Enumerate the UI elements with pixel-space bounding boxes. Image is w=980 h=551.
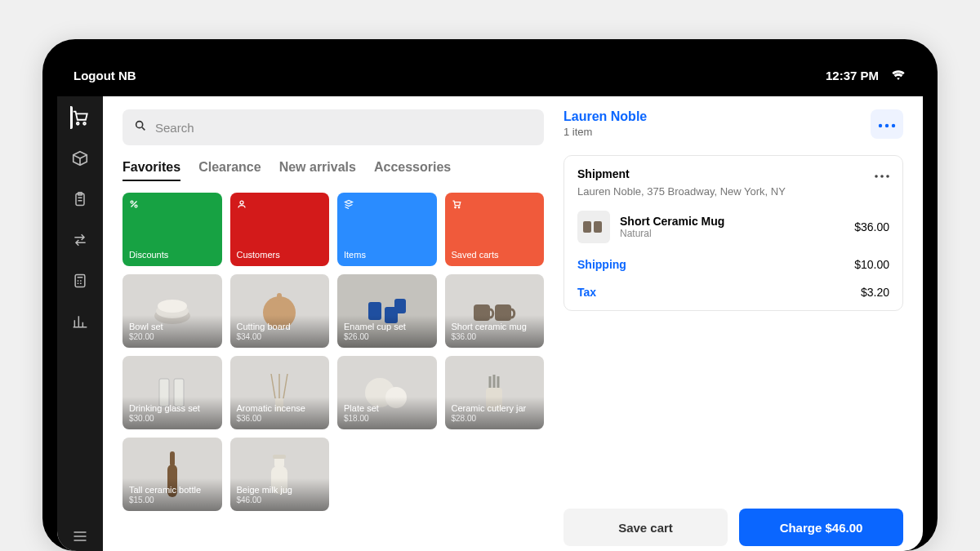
svg-rect-39 (594, 221, 602, 233)
line-item-thumb (577, 211, 610, 243)
svg-rect-38 (583, 221, 591, 233)
product-price: $46.00 (237, 495, 323, 504)
svg-point-34 (892, 124, 895, 127)
product-name: Drinking glass set (129, 403, 216, 414)
sidebar-item-analytics[interactable] (70, 312, 90, 331)
product-name: Plate set (344, 403, 430, 414)
category-tabs: Favorites Clearance New arrivals Accesso… (122, 160, 544, 181)
product-price: $18.00 (344, 414, 430, 423)
svg-point-33 (885, 124, 889, 127)
svg-point-8 (240, 201, 243, 204)
tab-accessories[interactable]: Accessories (374, 160, 451, 181)
product-name: Beige milk jug (237, 485, 323, 495)
quick-tile-discounts[interactable]: Discounts (122, 193, 222, 266)
product-name: Bowl set (129, 322, 216, 332)
product-price: $20.00 (129, 332, 216, 341)
quick-tile-items[interactable]: Items (337, 193, 437, 266)
sidebar-item-transfer[interactable] (70, 230, 90, 250)
product-grid: Discounts Customers Items (122, 193, 544, 511)
quick-tile-customers[interactable]: Customers (230, 193, 330, 266)
cart-more-button[interactable] (871, 109, 903, 139)
sidebar-item-cart[interactable] (70, 108, 90, 127)
product-price: $36.00 (452, 332, 538, 341)
sidebar (57, 96, 103, 551)
shipment-address: Lauren Noble, 375 Broadway, New York, NY (577, 185, 889, 198)
shipment-title: Shipment (577, 167, 630, 180)
product-tall-ceramic-bottle[interactable]: Tall ceramic bottle $15.00 (122, 438, 222, 511)
percent-icon (129, 199, 140, 211)
product-price: $30.00 (129, 414, 216, 423)
sidebar-item-clipboard[interactable] (70, 189, 90, 209)
wifi-icon (890, 68, 906, 83)
sidebar-item-package[interactable] (70, 149, 90, 168)
product-name: Short ceramic mug (452, 322, 538, 332)
tab-new-arrivals[interactable]: New arrivals (279, 160, 356, 181)
dots-icon (878, 117, 896, 131)
product-ceramic-cutlery-jar[interactable]: Ceramic cutlery jar $28.00 (445, 356, 545, 429)
svg-rect-28 (170, 451, 175, 466)
product-aromatic-incense[interactable]: Aromatic incense $36.00 (230, 356, 330, 429)
clock: 12:37 PM (826, 69, 879, 82)
tile-label: Items (344, 250, 430, 260)
product-name: Ceramic cutlery jar (452, 403, 538, 414)
sidebar-item-calculator[interactable] (70, 271, 90, 291)
svg-point-32 (879, 124, 882, 127)
product-price: $34.00 (237, 332, 323, 341)
stack-icon (344, 199, 355, 211)
shipment-more-button[interactable] (875, 167, 889, 180)
svg-point-37 (886, 175, 889, 178)
svg-rect-31 (273, 455, 286, 459)
tile-label: Customers (237, 250, 323, 260)
svg-point-35 (875, 175, 878, 178)
tile-label: Discounts (129, 250, 216, 260)
tab-favorites[interactable]: Favorites (122, 160, 180, 181)
product-price: $28.00 (452, 414, 538, 423)
quick-tile-saved-carts[interactable]: Saved carts (445, 193, 545, 266)
line-item-price: $36.00 (854, 220, 889, 233)
line-item-variant: Natural (620, 228, 844, 239)
svg-point-10 (458, 207, 460, 208)
status-bar: Logout NB 12:37 PM (57, 54, 923, 96)
search-icon (134, 119, 147, 136)
tax-value: $3.20 (861, 286, 889, 299)
logout-label[interactable]: Logout NB (74, 69, 136, 82)
svg-point-36 (880, 175, 884, 178)
person-icon (237, 199, 248, 211)
product-name: Tall ceramic bottle (129, 485, 216, 495)
product-enamel-cup-set[interactable]: Enamel cup set $26.00 (337, 274, 437, 348)
product-name: Enamel cup set (344, 322, 430, 332)
svg-rect-18 (394, 299, 406, 313)
customer-name-link[interactable]: Lauren Noble (564, 109, 647, 124)
product-plate-set[interactable]: Plate set $18.00 (337, 356, 437, 429)
product-beige-milk-jug[interactable]: Beige milk jug $46.00 (230, 438, 330, 511)
charge-button[interactable]: Charge $46.00 (739, 509, 903, 546)
svg-rect-15 (277, 293, 282, 301)
line-item[interactable]: Short Ceramic Mug Natural $36.00 (577, 211, 889, 243)
product-price: $36.00 (237, 414, 323, 423)
product-cutting-board[interactable]: Cutting board $34.00 (230, 274, 330, 348)
svg-point-7 (135, 205, 137, 207)
product-short-ceramic-mug[interactable]: Short ceramic mug $36.00 (445, 274, 545, 348)
shipping-link[interactable]: Shipping (577, 258, 626, 271)
product-drinking-glass-set[interactable]: Drinking glass set $30.00 (122, 356, 222, 429)
tax-link[interactable]: Tax (577, 286, 596, 299)
shipment-card: Shipment Lauren Noble, 375 Broadway, New… (564, 155, 903, 311)
svg-point-13 (158, 300, 187, 313)
catalog-panel: Favorites Clearance New arrivals Accesso… (103, 96, 564, 551)
tile-label: Saved carts (452, 250, 538, 260)
product-price: $15.00 (129, 495, 216, 504)
cart-item-count: 1 item (564, 126, 647, 138)
search-input[interactable] (155, 121, 532, 135)
svg-point-0 (77, 122, 79, 125)
shipping-value: $10.00 (854, 258, 889, 271)
search-bar[interactable] (122, 109, 544, 145)
save-cart-button[interactable]: Save cart (564, 509, 728, 546)
tab-clearance[interactable]: Clearance (198, 160, 261, 181)
svg-point-1 (83, 122, 86, 125)
product-bowl-set[interactable]: Bowl set $20.00 (122, 274, 222, 348)
cart-panel: Lauren Noble 1 item Shipment (564, 96, 923, 551)
menu-icon[interactable] (70, 527, 90, 546)
product-price: $26.00 (344, 332, 430, 341)
line-item-name: Short Ceramic Mug (620, 215, 844, 228)
svg-point-5 (136, 122, 143, 128)
